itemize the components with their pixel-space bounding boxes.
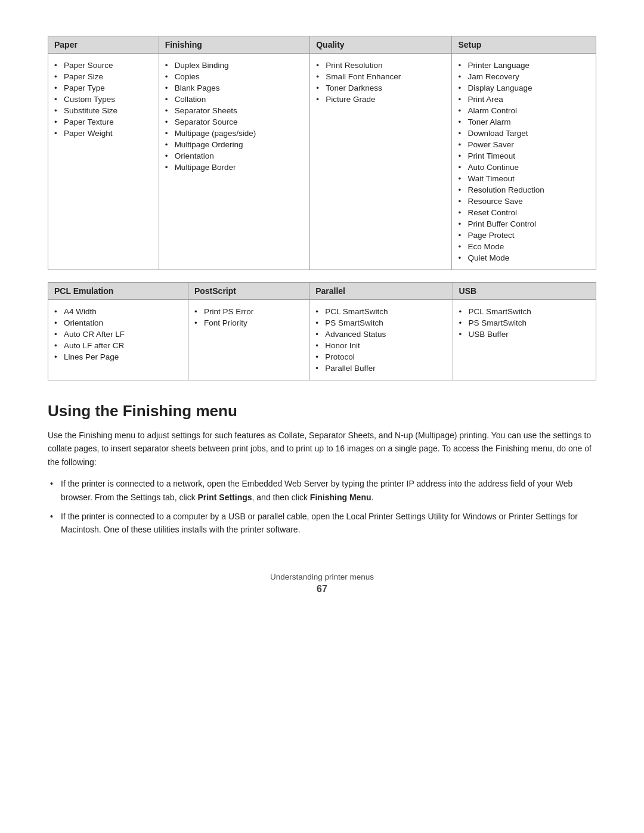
list-item: Multipage (pages/side) [165,128,304,139]
list-item: Orientation [165,150,304,162]
table-header-postscript: PostScript [188,283,309,300]
list-item: Auto CR After LF [54,329,182,340]
list-item: Paper Type [54,82,153,94]
list-item: Resolution Reduction [458,184,590,196]
list-item: USB Buffer [459,329,590,340]
list-item: Auto LF after CR [54,340,182,351]
list-item: Paper Weight [54,128,153,139]
bullet-item-1: If the printer is connected to a network… [48,477,596,504]
list-item: Quiet Mode [458,252,590,264]
list-item: Power Saver [458,139,590,150]
list-item: Toner Alarm [458,116,590,128]
list-item: Auto Continue [458,162,590,173]
section-description: Use the Finishing menu to adjust setting… [48,429,596,469]
list-item: A4 Width [54,306,182,317]
list-item: Paper Source [54,60,153,71]
list-item: Reset Control [458,207,590,218]
list-item: Paper Texture [54,116,153,128]
list-item: Copies [165,71,304,82]
list-item: Download Target [458,128,590,139]
bottom-menu-table: PCL EmulationPostScriptParallelUSB A4 Wi… [48,282,596,380]
list-item: Page Protect [458,230,590,241]
table-cell-pcl-emulation: A4 WidthOrientationAuto CR After LFAuto … [48,300,188,380]
list-item: Substitute Size [54,105,153,116]
list-item: Advanced Status [315,329,446,340]
section-bullets: If the printer is connected to a network… [48,477,596,537]
list-item: Font Priority [194,317,303,329]
list-item: Orientation [54,317,182,329]
list-item: Print Area [458,94,590,105]
table-header-usb: USB [453,283,596,300]
list-item: Separator Sheets [165,105,304,116]
table-header-parallel: Parallel [309,283,453,300]
list-item: Toner Darkness [316,82,445,94]
list-item: PS SmartSwitch [459,317,590,329]
bullet-item-2: If the printer is connected to a compute… [48,510,596,537]
list-item: Jam Recovery [458,71,590,82]
list-item: Separator Source [165,116,304,128]
list-item: Display Language [458,82,590,94]
table-header-paper: Paper [48,36,159,54]
list-item: Custom Types [54,94,153,105]
list-item: Multipage Ordering [165,139,304,150]
table-header-setup: Setup [452,36,596,54]
list-item: PS SmartSwitch [315,317,446,329]
top-menu-table: PaperFinishingQualitySetup Paper SourceP… [48,36,596,270]
list-item: Resource Save [458,196,590,207]
list-item: Print Buffer Control [458,218,590,230]
list-item: Alarm Control [458,105,590,116]
list-item: Printer Language [458,60,590,71]
list-item: Blank Pages [165,82,304,94]
section-title: Using the Finishing menu [48,402,596,420]
list-item: Wait Timeout [458,173,590,184]
list-item: Print Timeout [458,150,590,162]
list-item: Collation [165,94,304,105]
list-item: Lines Per Page [54,351,182,363]
list-item: Print PS Error [194,306,303,317]
list-item: Picture Grade [316,94,445,105]
table-cell-setup: Printer LanguageJam RecoveryDisplay Lang… [452,54,596,270]
table-header-quality: Quality [310,36,452,54]
table-cell-quality: Print ResolutionSmall Font EnhancerToner… [310,54,452,270]
list-item: Protocol [315,351,446,363]
list-item: Eco Mode [458,241,590,252]
footer-caption: Understanding printer menus [270,572,374,581]
list-item: Paper Size [54,71,153,82]
page-number: 67 [48,584,596,594]
table-cell-parallel: PCL SmartSwitchPS SmartSwitchAdvanced St… [309,300,453,380]
table-header-finishing: Finishing [159,36,310,54]
list-item: Small Font Enhancer [316,71,445,82]
list-item: Print Resolution [316,60,445,71]
list-item: PCL SmartSwitch [459,306,590,317]
table-cell-finishing: Duplex BindingCopiesBlank PagesCollation… [159,54,310,270]
table-header-pcl-emulation: PCL Emulation [48,283,188,300]
list-item: Parallel Buffer [315,363,446,374]
list-item: PCL SmartSwitch [315,306,446,317]
table-cell-postscript: Print PS ErrorFont Priority [188,300,309,380]
list-item: Duplex Binding [165,60,304,71]
list-item: Multipage Border [165,162,304,173]
footer: Understanding printer menus 67 [48,572,596,594]
table-cell-paper: Paper SourcePaper SizePaper TypeCustom T… [48,54,159,270]
list-item: Honor Init [315,340,446,351]
table-cell-usb: PCL SmartSwitchPS SmartSwitchUSB Buffer [453,300,596,380]
